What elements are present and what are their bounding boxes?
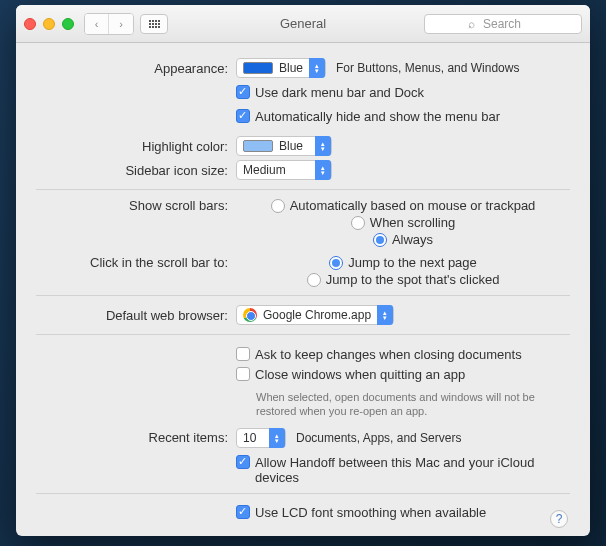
- show-all-button[interactable]: [140, 14, 168, 34]
- sidebar-icon-value: Medium: [243, 163, 286, 177]
- click-scroll-label: Click in the scroll bar to:: [36, 255, 236, 270]
- checkbox-label: Automatically hide and show the menu bar: [255, 109, 500, 124]
- chevron-updown-icon: ▴▾: [269, 428, 285, 448]
- grid-icon: [149, 20, 160, 28]
- checkbox[interactable]: [236, 85, 250, 99]
- scroll-always-radio[interactable]: Always: [373, 232, 433, 247]
- separator: [36, 334, 570, 335]
- checkbox[interactable]: [236, 455, 250, 469]
- checkbox-label: Close windows when quitting an app: [255, 367, 465, 382]
- nav-buttons: ‹ ›: [84, 13, 134, 35]
- radio[interactable]: [307, 273, 321, 287]
- sidebar-icon-label: Sidebar icon size:: [36, 163, 236, 178]
- checkbox-label: Ask to keep changes when closing documen…: [255, 347, 522, 362]
- appearance-select[interactable]: Blue ▴▾: [236, 58, 326, 78]
- lcd-smoothing-checkbox[interactable]: Use LCD font smoothing when available: [236, 505, 486, 520]
- appearance-label: Appearance:: [36, 61, 236, 76]
- search-input[interactable]: [424, 14, 582, 34]
- highlight-label: Highlight color:: [36, 139, 236, 154]
- checkbox-label: Use LCD font smoothing when available: [255, 505, 486, 520]
- radio[interactable]: [271, 199, 285, 213]
- chrome-icon: [243, 308, 257, 322]
- checkbox-label: Use dark menu bar and Dock: [255, 85, 424, 100]
- click-spot-radio[interactable]: Jump to the spot that's clicked: [307, 272, 500, 287]
- minimize-button[interactable]: [43, 18, 55, 30]
- appearance-value: Blue: [279, 61, 303, 75]
- chevron-updown-icon: ▴▾: [315, 136, 331, 156]
- dark-menu-checkbox[interactable]: Use dark menu bar and Dock: [236, 85, 424, 100]
- radio-label: When scrolling: [370, 215, 455, 230]
- radio-label: Automatically based on mouse or trackpad: [290, 198, 536, 213]
- checkbox[interactable]: [236, 505, 250, 519]
- radio[interactable]: [329, 256, 343, 270]
- content: Appearance: Blue ▴▾ For Buttons, Menus, …: [16, 43, 590, 536]
- radio-label: Jump to the spot that's clicked: [326, 272, 500, 287]
- checkbox[interactable]: [236, 109, 250, 123]
- separator: [36, 295, 570, 296]
- sidebar-icon-select[interactable]: Medium ▴▾: [236, 160, 332, 180]
- browser-label: Default web browser:: [36, 308, 236, 323]
- scroll-when-radio[interactable]: When scrolling: [351, 215, 455, 230]
- zoom-button[interactable]: [62, 18, 74, 30]
- recent-hint: Documents, Apps, and Servers: [296, 431, 461, 445]
- checkbox-label: Allow Handoff between this Mac and your …: [255, 455, 570, 485]
- scroll-auto-radio[interactable]: Automatically based on mouse or trackpad: [271, 198, 536, 213]
- click-next-page-radio[interactable]: Jump to the next page: [329, 255, 477, 270]
- traffic-lights: [24, 18, 74, 30]
- ask-keep-checkbox[interactable]: Ask to keep changes when closing documen…: [236, 347, 522, 362]
- handoff-checkbox[interactable]: Allow Handoff between this Mac and your …: [236, 455, 570, 485]
- radio[interactable]: [351, 216, 365, 230]
- window-title: General: [280, 16, 326, 31]
- browser-value: Google Chrome.app: [263, 308, 371, 322]
- search-wrap: ⌕: [424, 14, 582, 34]
- blue-swatch-icon: [243, 62, 273, 74]
- close-button[interactable]: [24, 18, 36, 30]
- recent-label: Recent items:: [36, 430, 236, 445]
- titlebar: ‹ › General ⌕: [16, 5, 590, 43]
- separator: [36, 189, 570, 190]
- radio[interactable]: [373, 233, 387, 247]
- highlight-select[interactable]: Blue ▴▾: [236, 136, 332, 156]
- highlight-value: Blue: [279, 139, 303, 153]
- close-windows-checkbox[interactable]: Close windows when quitting an app: [236, 367, 465, 382]
- close-windows-note: When selected, open documents and window…: [256, 390, 570, 419]
- preferences-window: ‹ › General ⌕ Appearance: Blue ▴▾ For Bu…: [16, 5, 590, 536]
- checkbox[interactable]: [236, 367, 250, 381]
- back-button[interactable]: ‹: [85, 14, 109, 34]
- auto-hide-menubar-checkbox[interactable]: Automatically hide and show the menu bar: [236, 109, 500, 124]
- blue-swatch-icon: [243, 140, 273, 152]
- checkbox[interactable]: [236, 347, 250, 361]
- recent-select[interactable]: 10 ▴▾: [236, 428, 286, 448]
- radio-label: Always: [392, 232, 433, 247]
- browser-select[interactable]: Google Chrome.app ▴▾: [236, 305, 394, 325]
- help-button[interactable]: ?: [550, 510, 568, 528]
- chevron-updown-icon: ▴▾: [309, 58, 325, 78]
- chevron-updown-icon: ▴▾: [377, 305, 393, 325]
- scrollbars-label: Show scroll bars:: [36, 198, 236, 213]
- chevron-updown-icon: ▴▾: [315, 160, 331, 180]
- recent-value: 10: [243, 431, 256, 445]
- forward-button[interactable]: ›: [109, 14, 133, 34]
- radio-label: Jump to the next page: [348, 255, 477, 270]
- appearance-hint: For Buttons, Menus, and Windows: [336, 61, 519, 75]
- separator: [36, 493, 570, 494]
